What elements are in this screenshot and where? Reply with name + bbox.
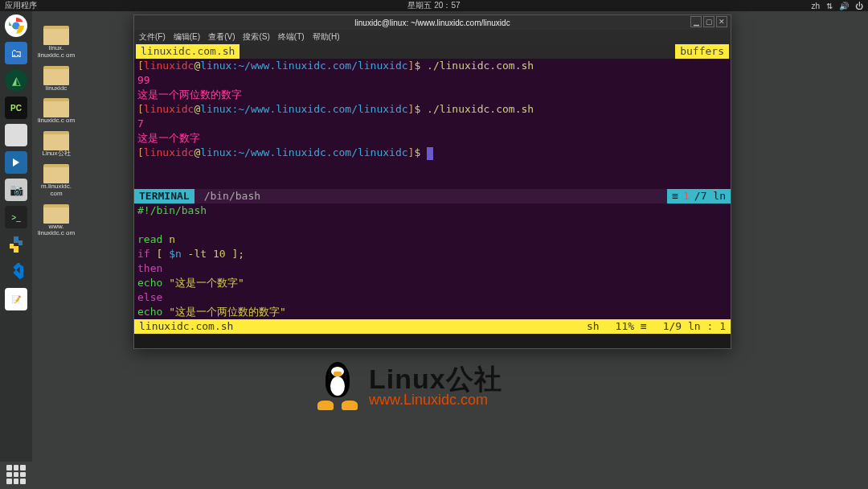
brand-title: Linux公社 [369, 365, 502, 392]
terminal-output: 这是一个数字 [137, 131, 727, 146]
desktop-folder[interactable]: Linux公社 [36, 131, 76, 158]
desktop-folder[interactable]: linux. linuxidc.c om [36, 26, 76, 60]
window-maximize-button[interactable]: ▢ [703, 16, 714, 27]
divider-position: 1 [683, 189, 690, 203]
terminal-menubar: 文件(F) 编辑(E) 查看(V) 搜索(S) 终端(T) 帮助(H) [134, 30, 731, 44]
app-icon-2[interactable] [5, 151, 27, 174]
menu-edit[interactable]: 编辑(E) [174, 31, 200, 43]
pane-label: TERMINAL [134, 189, 194, 203]
window-minimize-button[interactable]: ▁ [690, 16, 702, 27]
buffers-button[interactable]: buffers [675, 44, 729, 59]
divider-total: /7 ln [694, 189, 726, 203]
terminal-window: linuxidc@linux: ~/www.linuxidc.com/linux… [133, 14, 731, 349]
pane-divider-bar: TERMINAL /bin/bash ≡ 1 /7 ln [134, 189, 731, 203]
buffer-tab[interactable]: linuxidc.com.sh [136, 44, 240, 59]
status-percent: 11% ≡ [616, 319, 647, 334]
menu-help[interactable]: 帮助(H) [313, 31, 340, 43]
pycharm-icon[interactable]: PC [5, 97, 27, 119]
desktop-watermark: Linux公社 www.Linuxidc.com [317, 362, 502, 410]
volume-icon[interactable]: 🔊 [839, 2, 849, 10]
terminal-output: 99 [137, 73, 727, 88]
applications-menu[interactable]: 应用程序 [5, 0, 37, 11]
menu-search[interactable]: 搜索(S) [243, 31, 269, 43]
input-method-indicator[interactable]: zh [811, 2, 820, 10]
window-titlebar[interactable]: linuxidc@linux: ~/www.linuxidc.com/linux… [134, 15, 731, 30]
files-icon[interactable]: 🗂 [5, 42, 27, 64]
desktop-folder[interactable]: www. linuxidc.c om [36, 204, 76, 238]
power-icon[interactable]: ⏻ [855, 2, 863, 10]
menu-terminal[interactable]: 终端(T) [278, 31, 305, 43]
terminal-output: 7 [137, 117, 727, 131]
desktop-folder[interactable]: linuxidc [36, 66, 76, 92]
network-icon[interactable]: ⇅ [826, 2, 833, 10]
divider-menu-icon[interactable]: ≡ [672, 189, 678, 203]
editor-status-bar: linuxidc.com.sh sh 11% ≡ 1/9 ln : 1 [134, 319, 731, 334]
terminal-output-pane[interactable]: [linuxidc@linux:~/www.linuxidc.com/linux… [134, 59, 731, 189]
command-line-area[interactable] [134, 334, 731, 348]
terminal-icon[interactable]: >_ [5, 206, 27, 228]
desktop-folder[interactable]: linuxidc.c om [36, 98, 76, 125]
gedit-icon[interactable]: 📝 [5, 288, 27, 310]
dock: 🗂 ◭ PC ⊞ 📷 >_ 📝 [0, 11, 32, 462]
window-title: linuxidc@linux: ~/www.linuxidc.com/linux… [354, 18, 510, 27]
gnome-top-panel: 应用程序 星期五 20：57 zh ⇅ 🔊 ⏻ [0, 0, 868, 11]
menu-view[interactable]: 查看(V) [208, 31, 235, 43]
tux-icon [317, 362, 362, 410]
desktop-folder[interactable]: m.linuxidc. com [36, 164, 76, 198]
terminal-output: 这是一个两位数的数字 [137, 88, 727, 102]
buffer-bar: linuxidc.com.sh buffers [134, 44, 731, 59]
menu-file[interactable]: 文件(F) [139, 31, 166, 43]
brand-url: www.Linuxidc.com [369, 392, 502, 407]
editor-pane[interactable]: #!/bin/bash read n if [ $n -lt 10 ]; the… [134, 203, 731, 319]
chrome-icon[interactable] [5, 14, 27, 37]
show-applications-button[interactable] [6, 465, 26, 484]
terminal-cursor [427, 147, 433, 160]
android-studio-icon[interactable]: ◭ [5, 69, 27, 92]
pane-path: /bin/bash [194, 189, 260, 203]
camera-icon[interactable]: 📷 [5, 179, 27, 201]
vscode-icon[interactable] [5, 261, 27, 283]
terminal-body[interactable]: linuxidc.com.sh buffers [linuxidc@linux:… [134, 44, 731, 348]
python-icon[interactable] [5, 233, 27, 256]
window-close-button[interactable]: ✕ [716, 16, 727, 27]
status-position: 1/9 ln : 1 [663, 319, 726, 334]
status-filetype: sh [587, 319, 600, 334]
app-icon-1[interactable]: ⊞ [5, 124, 27, 146]
status-filename: linuxidc.com.sh [139, 319, 233, 334]
clock[interactable]: 星期五 20：57 [407, 0, 460, 11]
desktop-icons: linux. linuxidc.c om linuxidc linuxidc.c… [36, 26, 76, 237]
